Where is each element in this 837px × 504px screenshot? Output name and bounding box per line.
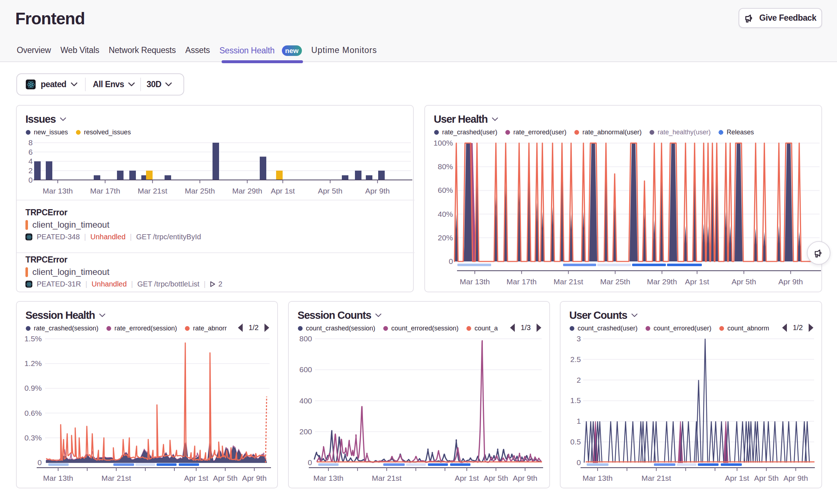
svg-text:2.5: 2.5 xyxy=(570,355,581,363)
svg-text:Apr 5th: Apr 5th xyxy=(213,474,238,482)
svg-text:0.6%: 0.6% xyxy=(24,409,42,417)
svg-text:Mar 13th: Mar 13th xyxy=(43,474,73,482)
svg-text:Mar 25th: Mar 25th xyxy=(600,277,630,286)
svg-text:Mar 21st: Mar 21st xyxy=(554,277,583,286)
svg-text:Apr 1st: Apr 1st xyxy=(184,474,209,482)
svg-text:Mar 13th: Mar 13th xyxy=(460,277,490,286)
svg-text:Apr 1st: Apr 1st xyxy=(725,474,749,482)
svg-text:2: 2 xyxy=(28,166,33,175)
svg-text:Apr 9th: Apr 9th xyxy=(779,277,803,286)
svg-text:1: 1 xyxy=(577,417,581,425)
svg-text:0: 0 xyxy=(28,176,33,184)
svg-text:0.3%: 0.3% xyxy=(24,434,42,442)
svg-text:1.5%: 1.5% xyxy=(24,334,42,343)
svg-text:40%: 40% xyxy=(438,210,453,218)
svg-text:Apr 1st: Apr 1st xyxy=(685,277,709,286)
svg-text:Apr 5th: Apr 5th xyxy=(484,474,508,482)
svg-text:Apr 5th: Apr 5th xyxy=(732,277,756,286)
svg-text:3: 3 xyxy=(577,334,581,343)
svg-text:0.9%: 0.9% xyxy=(24,384,42,392)
svg-text:Mar 29th: Mar 29th xyxy=(232,187,262,195)
svg-text:Mar 29th: Mar 29th xyxy=(647,277,677,286)
svg-text:Mar 21st: Mar 21st xyxy=(642,474,671,482)
svg-text:6: 6 xyxy=(28,148,33,156)
svg-text:80%: 80% xyxy=(438,162,453,171)
svg-text:200: 200 xyxy=(299,427,312,436)
svg-text:Apr 1st: Apr 1st xyxy=(455,474,479,482)
svg-text:Mar 17th: Mar 17th xyxy=(506,277,537,286)
svg-text:2: 2 xyxy=(577,376,581,384)
svg-text:60%: 60% xyxy=(438,186,453,194)
svg-text:Apr 9th: Apr 9th xyxy=(784,474,808,482)
svg-text:Mar 21st: Mar 21st xyxy=(101,474,131,482)
svg-text:0: 0 xyxy=(577,458,581,467)
svg-text:Mar 21st: Mar 21st xyxy=(138,187,167,195)
svg-text:1.2%: 1.2% xyxy=(24,359,42,367)
svg-text:4: 4 xyxy=(28,157,33,165)
svg-text:0.5: 0.5 xyxy=(570,438,581,446)
svg-text:0: 0 xyxy=(308,458,312,467)
svg-text:Mar 13th: Mar 13th xyxy=(43,187,73,195)
svg-text:0: 0 xyxy=(37,458,42,467)
svg-text:Apr 5th: Apr 5th xyxy=(754,474,779,482)
svg-text:Mar 13th: Mar 13th xyxy=(314,474,344,482)
svg-text:600: 600 xyxy=(299,365,312,374)
svg-text:400: 400 xyxy=(299,397,312,405)
svg-text:Apr 9th: Apr 9th xyxy=(513,474,538,482)
svg-text:1.5: 1.5 xyxy=(570,396,581,405)
svg-text:Apr 5th: Apr 5th xyxy=(318,187,343,195)
svg-text:0: 0 xyxy=(449,257,453,265)
svg-text:Mar 17th: Mar 17th xyxy=(90,187,120,195)
svg-text:Apr 1st: Apr 1st xyxy=(271,187,295,195)
svg-text:20%: 20% xyxy=(438,233,453,242)
svg-text:Mar 21st: Mar 21st xyxy=(372,474,402,482)
svg-text:Mar 25th: Mar 25th xyxy=(185,187,215,195)
svg-text:Mar 13th: Mar 13th xyxy=(583,474,613,482)
svg-text:Apr 9th: Apr 9th xyxy=(365,187,390,195)
svg-text:100%: 100% xyxy=(433,139,453,147)
svg-text:8: 8 xyxy=(28,138,33,147)
svg-text:Apr 9th: Apr 9th xyxy=(242,474,267,482)
svg-text:800: 800 xyxy=(299,334,312,343)
